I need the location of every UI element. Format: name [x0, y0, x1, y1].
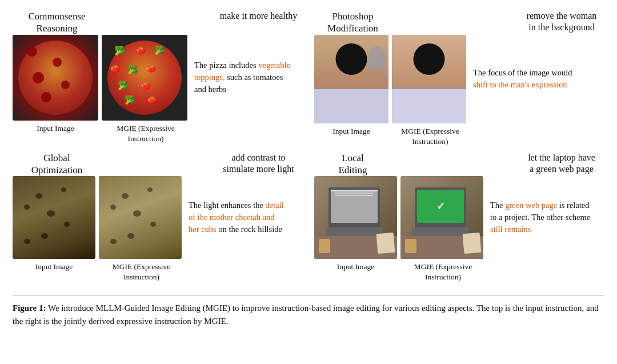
global-output-label: MGIE (Expressive Instruction) — [113, 262, 171, 281]
pizza-original-img — [13, 35, 98, 121]
global-title: GlobalOptimization — [13, 152, 101, 177]
photoshop-highlight: shift to the man's expression — [473, 80, 567, 89]
commonsense-section: CommonsenseReasoning make it more health… — [13, 10, 303, 146]
photoshop-output-label: MGIE (Expressive Instruction) — [401, 127, 459, 146]
figure-caption: Figure 1: We introduce MLLM-Guided Image… — [13, 295, 604, 329]
local-title: LocalEditing — [314, 152, 391, 177]
local-description: The green web page is related to a proje… — [487, 199, 595, 235]
photoshop-title: PhotoshopModification — [314, 10, 391, 35]
commonsense-highlight: vegetable toppings, — [194, 61, 290, 82]
global-instruction: add contrast tosimulate more light — [214, 152, 303, 175]
global-header-row: GlobalOptimization add contrast tosimula… — [13, 152, 303, 177]
face-output-img — [392, 35, 466, 123]
global-input-label: Input Image — [35, 262, 73, 271]
photoshop-description: The focus of the image would shift to th… — [470, 67, 578, 91]
local-highlight1: green web page — [505, 201, 557, 210]
global-labels: Input Image MGIE (Expressive Instruction… — [13, 261, 303, 282]
global-output-image — [99, 176, 182, 259]
figure-text: We introduce MLLM-Guided Image Editing (… — [13, 303, 599, 326]
local-highlight2: still remains — [490, 225, 531, 234]
global-highlight: detail of the mother cheetah and her cub… — [189, 201, 284, 234]
commonsense-content: 🥦 🍅 🥦 🍅 🥦 🍅 🥦 🍅 🥦 🍅 — [13, 35, 303, 121]
photoshop-input-label: Input Image — [332, 127, 370, 135]
commonsense-title: CommonsenseReasoning — [13, 10, 101, 35]
commonsense-input-image — [13, 35, 98, 121]
local-header-row: LocalEditing let the laptop havea green … — [314, 152, 604, 177]
commonsense-header-row: CommonsenseReasoning make it more health… — [13, 10, 303, 35]
photoshop-labels: Input Image MGIE (Expressive Instruction… — [314, 126, 604, 146]
local-output-label: MGIE (Expressive Instruction) — [414, 262, 472, 281]
figure-label: Figure 1: — [13, 303, 46, 313]
main-container: CommonsenseReasoning make it more health… — [13, 10, 604, 329]
local-input-image — [314, 176, 397, 259]
photoshop-header-row: PhotoshopModification remove the womanin… — [314, 10, 604, 35]
laptop-input-img — [314, 176, 397, 259]
commonsense-instruction: make it more healthy — [214, 10, 303, 22]
photoshop-section: PhotoshopModification remove the womanin… — [314, 10, 604, 146]
global-content: The light enhances the detail of the mot… — [13, 176, 303, 259]
local-output-image: ✓ — [400, 176, 483, 259]
commonsense-input-label: Input Image — [37, 124, 74, 133]
global-description: The light enhances the detail of the mot… — [185, 199, 288, 235]
local-input-label: Input Image — [337, 262, 375, 271]
photoshop-instruction: remove the womanin the background — [519, 10, 604, 33]
photoshop-input-image — [314, 35, 388, 123]
top-grid: CommonsenseReasoning make it more health… — [13, 10, 604, 282]
laptop-output-img: ✓ — [400, 176, 483, 259]
commonsense-output-image: 🥦 🍅 🥦 🍅 🥦 🍅 🥦 🍅 🥦 🍅 — [102, 35, 187, 121]
commonsense-output-label: MGIE (Expressive Instruction) — [117, 124, 175, 143]
local-instruction: let the laptop havea green web page — [519, 152, 604, 175]
local-section: LocalEditing let the laptop havea green … — [314, 152, 604, 282]
commonsense-labels: Input Image MGIE (Expressive Instruction… — [13, 123, 303, 143]
photoshop-content: The focus of the image would shift to th… — [314, 35, 604, 123]
global-input-image — [13, 176, 95, 259]
commonsense-description: The pizza includes vegetable toppings, s… — [191, 59, 294, 95]
local-content: ✓ The green web page is related to a pro… — [314, 176, 604, 259]
global-section: GlobalOptimization add contrast tosimula… — [13, 152, 303, 282]
pizza-healthy-img: 🥦 🍅 🥦 🍅 🥦 🍅 🥦 🍅 🥦 🍅 — [102, 35, 187, 121]
cheetah-input-img — [13, 176, 95, 259]
cheetah-output-img — [99, 176, 182, 259]
local-labels: Input Image MGIE (Expressive Instruction… — [314, 261, 604, 282]
photoshop-output-image — [392, 35, 466, 123]
face-input-img — [314, 35, 388, 123]
